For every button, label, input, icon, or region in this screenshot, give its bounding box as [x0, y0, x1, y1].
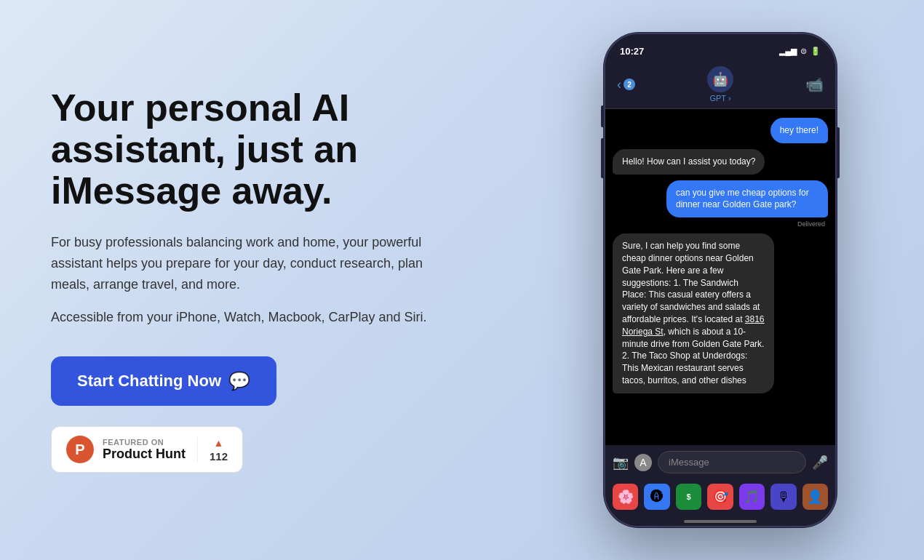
messages-area: hey there! Hello! How can I assist you t… [605, 109, 835, 445]
ph-name: Product Hunt [103, 447, 186, 462]
status-icons: ▂▄▆ ⊜ 🔋 [779, 47, 821, 56]
dock-icon-cash[interactable]: $ [676, 484, 701, 510]
ph-text: FEATURED ON Product Hunt [103, 438, 186, 462]
imessage-input-area: 📷 A iMessage 🎤 [605, 445, 835, 479]
imessage-header: ‹ 2 🤖 GPT › 📹 [605, 62, 835, 109]
bubble-incoming-2: Sure, I can help you find some cheap din… [613, 233, 774, 393]
power-button [837, 127, 840, 178]
contact-avatar: 🤖 [707, 66, 733, 92]
headline: Your personal AI assistant, just an iMes… [51, 87, 458, 212]
battery-icon: 🔋 [811, 47, 821, 56]
ph-featured-on: FEATURED ON [103, 438, 186, 447]
ph-logo: P [66, 436, 94, 463]
iphone-wrapper: 10:27 ▂▄▆ ⊜ 🔋 ‹ 2 🤖 GPT › 📹 [604, 33, 837, 527]
ph-upvotes: ▲ 112 [197, 437, 228, 463]
signal-icon: ▂▄▆ [779, 47, 797, 56]
cta-label: Start Chatting Now [77, 372, 221, 391]
microphone-icon[interactable]: 🎤 [812, 455, 828, 471]
home-bar [684, 520, 757, 523]
video-call-button[interactable]: 📹 [805, 76, 824, 93]
chevron-left-icon: ‹ [617, 77, 621, 92]
ph-count: 112 [210, 450, 228, 463]
message-incoming-2: Sure, I can help you find some cheap din… [613, 233, 828, 393]
apps-icon[interactable]: A [634, 454, 652, 471]
contact-name: GPT › [709, 94, 730, 103]
product-hunt-badge[interactable]: P FEATURED ON Product Hunt ▲ 112 [51, 426, 243, 473]
dock-icon-voice[interactable]: 🎙 [770, 484, 796, 510]
back-badge: 2 [624, 79, 635, 90]
dock-icon-appstore[interactable]: 🅐 [644, 484, 669, 510]
chat-icon: 💬 [228, 371, 250, 391]
bubble-outgoing-2: can you give me cheap options for dinner… [666, 180, 828, 218]
dock-icon-user[interactable]: 👤 [802, 484, 828, 510]
dock-icon-target[interactable]: 🎯 [707, 484, 733, 510]
bubble-incoming-1: Hello! How can I assist you today? [613, 149, 765, 175]
message-outgoing-1: hey there! [613, 118, 828, 143]
app-dock: 🌸 🅐 $ 🎯 🎵 🎙 👤 [605, 479, 835, 517]
status-time: 10:27 [620, 46, 644, 57]
home-indicator [605, 517, 835, 526]
contact-info[interactable]: 🤖 GPT › [707, 66, 733, 103]
upvote-arrow-icon: ▲ [214, 437, 224, 449]
message-outgoing-2: can you give me cheap options for dinner… [613, 180, 828, 218]
delivered-label: Delivered [613, 220, 828, 228]
back-button[interactable]: ‹ 2 [617, 77, 635, 92]
imessage-input[interactable]: iMessage [658, 451, 806, 473]
wifi-icon: ⊜ [800, 47, 807, 56]
description-1: For busy professionals balancing work an… [51, 232, 429, 295]
cta-button[interactable]: Start Chatting Now 💬 [51, 356, 276, 406]
bubble-outgoing-1: hey there! [770, 118, 828, 143]
iphone-mockup: 10:27 ▂▄▆ ⊜ 🔋 ‹ 2 🤖 GPT › 📹 [604, 33, 837, 527]
description-2: Accessible from your iPhone, Watch, Macb… [51, 307, 429, 328]
dock-icon-music[interactable]: 🎵 [739, 484, 765, 510]
status-bar: 10:27 ▂▄▆ ⊜ 🔋 [605, 34, 835, 62]
dock-icon-photos[interactable]: 🌸 [613, 484, 638, 510]
right-panel: 10:27 ▂▄▆ ⊜ 🔋 ‹ 2 🤖 GPT › 📹 [546, 18, 924, 542]
left-panel: Your personal AI assistant, just an iMes… [0, 44, 546, 517]
message-incoming-1: Hello! How can I assist you today? [613, 149, 828, 175]
camera-icon[interactable]: 📷 [613, 455, 629, 471]
input-placeholder: iMessage [669, 457, 709, 468]
